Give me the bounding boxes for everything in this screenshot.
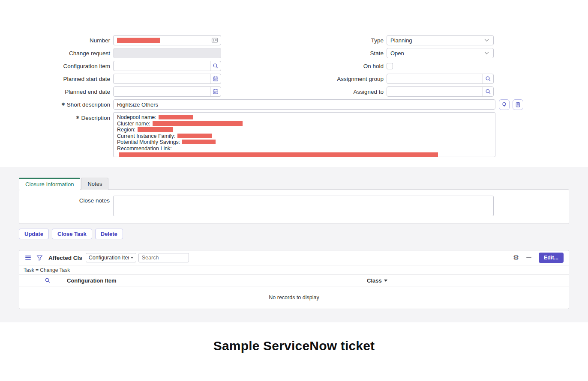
assignment-group-lookup-button[interactable] (483, 74, 493, 83)
list-condition: Task = Change Task (19, 265, 569, 275)
description-field[interactable]: Nodepool name: Cluster name: Region: Cur… (113, 112, 495, 157)
tab-strip: Closure Information Notes (19, 178, 569, 190)
tab-closure-information[interactable]: Closure Information (19, 178, 80, 190)
redaction-bar (177, 134, 212, 138)
planned-start-date-calendar-button[interactable] (210, 74, 221, 83)
description-line: Nodepool name: (117, 114, 492, 121)
assignment-group-field[interactable] (387, 74, 494, 84)
change-request-label: Change request (29, 50, 110, 57)
affected-cis-list: Affected CIs Configuration Item ( ⚙ Edit… (19, 250, 569, 309)
redaction-bar (117, 38, 160, 43)
required-icon: ✱ (61, 102, 65, 108)
related-list-title: Affected CIs (48, 255, 82, 261)
clipboard-icon (515, 101, 521, 108)
description-line: Recommendation Link: (117, 146, 492, 158)
description-line: Cluster name: (117, 121, 492, 127)
assigned-to-field[interactable] (387, 86, 494, 97)
redaction-bar (159, 115, 193, 119)
assignment-group-row: Assignment group (302, 74, 499, 84)
redaction-bar (138, 127, 173, 132)
calendar-icon (213, 89, 219, 95)
ticket-form: Number Change request Configuration item (0, 0, 588, 167)
number-field[interactable] (113, 35, 221, 45)
lower-section: Closure Information Notes Close notes Up… (0, 167, 588, 322)
assigned-to-label: Assigned to (302, 89, 384, 95)
search-icon (213, 63, 219, 69)
chevron-down-icon (485, 50, 489, 54)
type-label: Type (302, 37, 384, 44)
description-line: Potential Monthly Savings: (117, 139, 492, 146)
assigned-to-lookup-button[interactable] (483, 87, 493, 96)
record-preview-icon (211, 37, 218, 44)
list-menu-icon[interactable] (24, 255, 32, 261)
description-row: ✱ Description Nodepool name: Cluster nam… (29, 112, 526, 157)
sort-arrow-icon (384, 280, 387, 282)
state-row: State Open (302, 48, 499, 58)
calendar-icon (213, 76, 219, 82)
update-button[interactable]: Update (19, 229, 49, 239)
state-label: State (302, 50, 384, 57)
type-select[interactable]: Planning (387, 35, 494, 45)
configuration-item-lookup-button[interactable] (210, 61, 221, 71)
search-icon (45, 277, 51, 283)
configuration-item-label: Configuration item (29, 63, 110, 69)
gear-icon[interactable]: ⚙ (513, 254, 519, 261)
form-actions: Update Close Task Delete (19, 229, 569, 239)
search-icon (485, 76, 491, 82)
tab-notes[interactable]: Notes (81, 178, 108, 190)
chevron-down-icon (485, 37, 489, 41)
state-select[interactable]: Open (387, 48, 494, 58)
lightbulb-icon (501, 101, 507, 108)
list-header-row: Configuration Item Class (19, 275, 569, 286)
chevron-down-icon (131, 257, 133, 259)
empty-list-message: No records to display (19, 286, 569, 309)
suggestion-lightbulb-button[interactable] (499, 99, 510, 110)
edit-button[interactable]: Edit... (539, 253, 564, 263)
short-description-row: ✱ Short description Rightsize Others (29, 99, 526, 110)
close-notes-label: Close notes (19, 196, 110, 204)
column-header-class[interactable]: Class (367, 277, 387, 284)
redaction-bar (182, 140, 216, 144)
description-line: Current Instance Family: (117, 133, 492, 140)
description-label: ✱ Description (29, 112, 110, 121)
column-search-toggle[interactable] (19, 277, 67, 283)
description-line: Region: (117, 127, 492, 133)
close-task-button[interactable]: Close Task (52, 229, 92, 239)
search-column-select[interactable]: Configuration Item ( (86, 253, 136, 262)
knowledge-clipboard-button[interactable] (513, 99, 523, 110)
planned-start-date-field[interactable] (113, 74, 221, 84)
filter-icon[interactable] (36, 255, 43, 261)
redaction-bar (153, 121, 243, 126)
short-description-label: ✱ Short description (29, 101, 110, 108)
planned-end-date-field[interactable] (113, 86, 221, 97)
assigned-to-row: Assigned to (302, 86, 499, 97)
column-header-configuration-item[interactable]: Configuration Item (67, 277, 367, 284)
on-hold-checkbox[interactable] (387, 63, 393, 69)
assignment-group-label: Assignment group (302, 76, 384, 82)
required-icon: ✱ (76, 115, 79, 122)
list-search-input[interactable] (138, 253, 189, 262)
closure-information-panel: Close notes (19, 189, 569, 224)
search-icon (485, 89, 491, 95)
change-request-field (113, 48, 221, 58)
on-hold-row: On hold (302, 61, 499, 71)
on-hold-label: On hold (302, 63, 384, 69)
type-row: Type Planning (302, 35, 499, 45)
number-label: Number (29, 37, 110, 44)
short-description-field[interactable]: Rightsize Others (113, 99, 495, 110)
redaction-bar (119, 152, 438, 157)
planned-end-date-label: Planned end date (29, 89, 110, 95)
configuration-item-field[interactable] (113, 61, 221, 71)
planned-end-date-calendar-button[interactable] (210, 87, 221, 96)
close-notes-textarea[interactable] (113, 196, 494, 216)
planned-start-date-label: Planned start date (29, 76, 110, 82)
delete-button[interactable]: Delete (95, 229, 123, 239)
image-caption: Sample ServiceNow ticket (0, 339, 588, 353)
affected-cis-toolbar: Affected CIs Configuration Item ( ⚙ Edit… (19, 250, 569, 265)
collapse-icon[interactable] (526, 257, 531, 258)
